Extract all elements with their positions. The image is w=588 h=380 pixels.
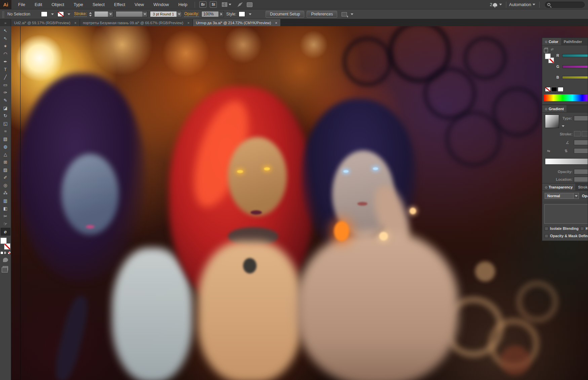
workspace-switcher[interactable]: Automation	[509, 2, 531, 7]
tool-column-graph[interactable]: ▥	[1, 197, 10, 205]
tool-rotate[interactable]: ↻	[1, 112, 10, 120]
menu-file[interactable]: File	[13, 0, 30, 9]
blend-mode-dropdown[interactable]: Normal	[545, 193, 579, 199]
stroke-weight-stepper[interactable]	[89, 12, 92, 16]
feather-power-icon[interactable]	[237, 2, 243, 7]
tab-pathfinder[interactable]: Pathfinder	[561, 38, 585, 45]
tool-gradient[interactable]: ▨	[1, 166, 10, 174]
tab-close-icon[interactable]: ×	[187, 21, 189, 25]
doc-tab-2[interactable]: портреты Безумная гавань 09.ai* @ 66.67%…	[80, 19, 193, 26]
tool-paintbrush[interactable]: ✑	[1, 89, 10, 96]
tool-eyedropper[interactable]: ✐	[1, 174, 10, 181]
tab-close-icon[interactable]: ×	[275, 21, 277, 25]
green-channel-slider[interactable]: G	[556, 65, 588, 69]
gradient-mode-button[interactable]	[4, 251, 7, 254]
collapse-panel-icon[interactable]: ◇	[545, 40, 547, 43]
none-color-swatch[interactable]	[545, 87, 551, 92]
tool-symbol-sprayer[interactable]: ⁂	[1, 189, 10, 197]
menu-effect[interactable]: Effect	[109, 0, 130, 9]
tool-magic-wand[interactable]: ✶	[1, 42, 10, 50]
opacity-panel-link[interactable]: Opacity:	[184, 11, 199, 17]
gradient-type-dropdown[interactable]	[574, 116, 588, 121]
default-fill-stroke-icon[interactable]	[545, 48, 548, 51]
bridge-button[interactable]: Br	[199, 1, 206, 8]
opacity-mask-checkbox[interactable]	[545, 234, 548, 238]
reverse-gradient-icon[interactable]: ⇋	[547, 149, 550, 153]
gradient-slider-bar[interactable]	[545, 158, 588, 165]
tool-pencil[interactable]: ✎	[1, 96, 10, 104]
window-hand-icon[interactable]	[247, 2, 252, 7]
tool-shape-builder[interactable]: ◍	[1, 143, 10, 151]
stroke-swatch[interactable]	[4, 243, 10, 250]
menu-type[interactable]: Type	[69, 0, 88, 9]
stroke-gradient-within-button[interactable]	[574, 131, 581, 136]
tool-slice[interactable]: ✂	[1, 212, 10, 220]
black-swatch[interactable]	[551, 87, 557, 92]
width-profile-dropdown[interactable]	[116, 11, 148, 17]
tab-color[interactable]: ◇ Color	[542, 38, 561, 45]
gradient-thumb-caret-icon[interactable]	[562, 125, 564, 127]
menu-help[interactable]: Help	[173, 0, 192, 9]
panel-grip-handle[interactable]	[2, 11, 4, 18]
tool-pen[interactable]: ✒	[1, 58, 10, 66]
stock-button[interactable]: St	[210, 1, 217, 8]
brush-definition-dropdown[interactable]: 3 pt Round 1	[150, 11, 182, 17]
gradient-thumbnail[interactable]	[545, 115, 559, 128]
tool-zoom[interactable]: ⌀	[1, 228, 10, 236]
tool-width[interactable]: ≈	[1, 127, 10, 135]
fill-caret-icon[interactable]	[51, 13, 54, 15]
style-swatch[interactable]	[239, 11, 245, 17]
style-caret-icon[interactable]	[249, 13, 251, 15]
gradient-opacity-field[interactable]	[574, 169, 588, 174]
tab-close-icon[interactable]: ×	[74, 21, 76, 25]
tool-free-transform[interactable]: ▧	[1, 135, 10, 143]
stroke-gradient-along-button[interactable]	[582, 131, 588, 136]
stroke-caret-icon[interactable]	[68, 13, 70, 15]
tool-direct-selection[interactable]: ⇖	[1, 35, 10, 42]
red-channel-slider[interactable]: R	[556, 53, 588, 57]
fill-swatch[interactable]	[545, 53, 551, 59]
search-input[interactable]	[545, 2, 585, 8]
workspace-caret-icon[interactable]	[533, 4, 535, 5]
blue-slider-track[interactable]	[562, 76, 588, 79]
blue-channel-slider[interactable]: B	[556, 75, 588, 79]
tool-rectangle[interactable]: ▭	[1, 81, 10, 89]
opacity-input[interactable]: 100%	[201, 11, 219, 17]
color-mode-button[interactable]	[0, 251, 3, 254]
fill-swatch[interactable]	[41, 11, 47, 17]
tab-stroke[interactable]: Stroke	[575, 183, 588, 191]
menu-select[interactable]: Select	[88, 0, 109, 9]
doc-tab-3[interactable]: Uптнр да За.ai* @ 214.72% (CMYK/Preview)…	[193, 19, 281, 26]
bell-icon[interactable]	[493, 3, 497, 6]
tool-artboard[interactable]: ◧	[1, 205, 10, 212]
color-spectrum-bar[interactable]	[544, 94, 588, 101]
white-swatch[interactable]	[558, 87, 563, 92]
select-similar-caret-icon[interactable]	[351, 13, 353, 15]
tool-mesh[interactable]: ⊞	[1, 158, 10, 166]
screen-mode-button[interactable]	[3, 266, 8, 270]
menu-window[interactable]: Window	[149, 0, 173, 9]
tool-blend[interactable]: ◎	[1, 181, 10, 189]
arrange-documents-caret-icon[interactable]	[229, 4, 231, 5]
notifications-caret-icon[interactable]	[499, 4, 502, 5]
gradient-aspect-field[interactable]	[574, 148, 588, 154]
gradient-angle-field[interactable]	[574, 140, 588, 145]
arrange-documents-icon[interactable]	[222, 2, 227, 7]
preferences-button[interactable]: Preferences	[307, 11, 337, 18]
draw-mode-button[interactable]	[3, 258, 8, 262]
gradient-location-field[interactable]	[574, 177, 588, 182]
tool-hand[interactable]: ☞	[1, 220, 10, 228]
collapse-panel-icon[interactable]: ◇	[545, 107, 547, 111]
tool-eraser[interactable]: ◪	[1, 104, 10, 112]
doc-tab-1[interactable]: Ud2.ai* @ 59.17% (RGB/Preview) ×	[11, 19, 80, 26]
isolate-blending-checkbox[interactable]	[545, 227, 548, 230]
stroke-swatch[interactable]	[57, 11, 64, 17]
opacity-caret-icon[interactable]	[219, 11, 224, 17]
knockout-group-checkbox[interactable]	[580, 227, 584, 230]
canvas[interactable]	[11, 26, 588, 380]
tool-selection[interactable]: ↖	[1, 27, 10, 35]
tool-lasso[interactable]: ◠	[1, 50, 10, 58]
fill-swatch[interactable]	[0, 238, 7, 244]
none-mode-button[interactable]	[8, 251, 11, 254]
tool-line-segment[interactable]: ╱	[1, 73, 10, 81]
